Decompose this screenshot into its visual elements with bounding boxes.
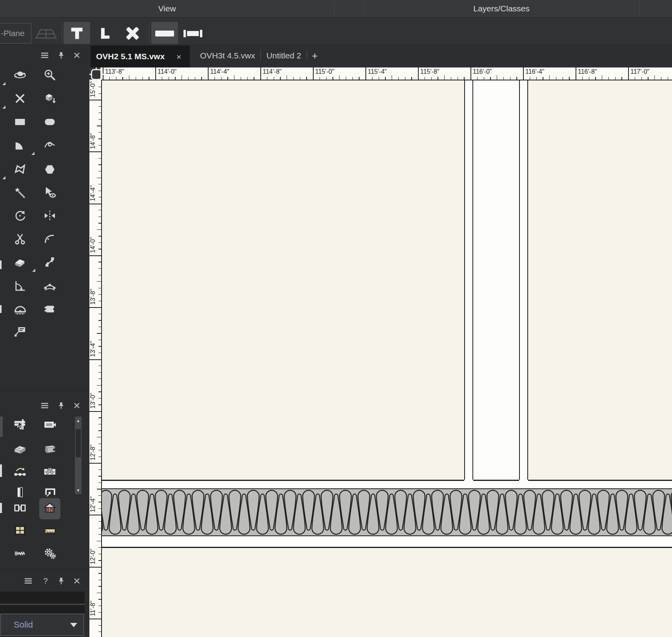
tool-regular-polygon[interactable]	[43, 164, 56, 177]
tool-rounded-rectangle[interactable]	[43, 116, 56, 129]
ruler-minor-tick	[116, 77, 116, 80]
scroll-track[interactable]	[75, 424, 82, 486]
ruler-minor-tick	[98, 210, 101, 210]
tool-fillet[interactable]	[43, 233, 56, 246]
tool-selection-x[interactable]	[13, 93, 27, 106]
tool-polygon[interactable]	[13, 164, 27, 177]
flyout-indicator-icon	[2, 82, 5, 85]
capped-bar-mode-button[interactable]	[180, 22, 206, 44]
flat-bar-mode-button[interactable]	[151, 22, 178, 44]
hamburger-menu-icon[interactable]	[40, 401, 49, 410]
ruler-minor-tick	[510, 77, 510, 80]
tool-magic-wand[interactable]	[13, 187, 27, 200]
ruler-minor-tick	[97, 126, 101, 126]
ruler-minor-tick	[227, 77, 228, 80]
ruler-origin-marker[interactable]	[91, 69, 102, 80]
tool-zoom[interactable]	[43, 69, 56, 82]
floor-bottom-layer	[101, 537, 672, 547]
tool-resize-panel[interactable]	[43, 303, 56, 317]
tool-column[interactable]	[13, 486, 27, 500]
x-join-mode-button[interactable]	[119, 22, 146, 44]
vertical-ruler: 15'-0" 14'-8" 14'-4" 14'-0" 13'-8" 13'-4…	[89, 80, 102, 637]
tool-window[interactable]	[13, 525, 27, 539]
tool-callout[interactable]	[13, 326, 27, 339]
l-join-mode-button[interactable]	[92, 22, 118, 44]
tool-fastener[interactable]	[13, 548, 27, 561]
tool-framing-member[interactable]	[43, 443, 56, 457]
fill-style-dropdown[interactable]: Solid	[0, 614, 84, 636]
tool-fit-walls[interactable]	[43, 486, 56, 500]
ruler-minor-tick	[635, 77, 635, 80]
chevron-down-icon	[70, 623, 77, 627]
scroll-down-button[interactable]: ▼	[75, 486, 82, 494]
ruler-minor-tick	[608, 77, 609, 80]
ruler-major-tick	[523, 67, 524, 80]
ruler-minor-tick	[162, 77, 162, 80]
ruler-minor-tick	[398, 77, 399, 80]
pin-icon[interactable]	[56, 51, 66, 60]
ruler-label: 115'-8"	[420, 68, 439, 75]
tool-wall-heal[interactable]	[43, 466, 56, 479]
ruler-minor-tick	[98, 424, 101, 424]
close-icon[interactable]	[72, 51, 82, 60]
tool-rectangle[interactable]	[13, 116, 27, 129]
drawing-canvas[interactable]	[101, 80, 672, 637]
ruler-label: 15'-0"	[89, 81, 96, 97]
attributes-list-row	[0, 605, 85, 613]
help-icon[interactable]: ?	[41, 577, 50, 585]
tool-select-similar[interactable]	[43, 187, 56, 200]
tool-freehand[interactable]	[43, 140, 56, 153]
ruler-minor-tick	[98, 242, 101, 243]
scroll-thumb[interactable]	[76, 429, 81, 457]
tab-ovh3t[interactable]: OVH3t 4.5.vwx	[194, 44, 260, 67]
tool-arc-wedge[interactable]	[13, 140, 27, 153]
hamburger-menu-icon[interactable]	[24, 577, 33, 585]
ruler-major-tick	[89, 100, 101, 100]
tab-untitled-2[interactable]: Untitled 2	[261, 44, 307, 67]
palette-scrollbar[interactable]: ▲ ▼	[75, 417, 82, 495]
ruler-major-tick	[89, 619, 101, 619]
tool-door-link[interactable]	[13, 502, 27, 515]
ruler-label: 12'-0"	[89, 548, 96, 564]
tool-rotate[interactable]	[13, 210, 27, 223]
tool-slab[interactable]	[13, 443, 27, 457]
scroll-up-button[interactable]: ▲	[75, 417, 82, 424]
hamburger-menu-icon[interactable]	[40, 51, 49, 60]
close-icon[interactable]	[72, 401, 82, 410]
tool-angle-dimension[interactable]	[13, 280, 27, 293]
ruler-minor-tick	[280, 77, 280, 80]
fill-style-value: Solid	[14, 620, 70, 630]
ruler-major-tick	[628, 67, 629, 80]
tool-house[interactable]	[43, 502, 56, 515]
ruler-minor-tick	[221, 77, 222, 80]
close-icon[interactable]	[72, 577, 82, 585]
tab-close-icon[interactable]: ×	[176, 53, 181, 61]
pin-icon[interactable]	[56, 401, 66, 410]
ruler-minor-tick	[98, 288, 101, 288]
tool-path-reshape[interactable]	[13, 466, 27, 479]
tool-component-edit[interactable]	[43, 419, 56, 432]
ruler-label: 116'-4"	[525, 68, 544, 75]
ruler-minor-tick	[98, 132, 101, 133]
tool-gears[interactable]	[43, 548, 56, 561]
tool-reshape-arc[interactable]	[43, 280, 56, 293]
tab-ovh2-active[interactable]: OVH2 5.1 MS.vwx ×	[91, 46, 190, 67]
tool-clip[interactable]	[13, 233, 27, 246]
tool-flyover[interactable]	[13, 69, 27, 82]
tool-mirror[interactable]	[43, 210, 56, 223]
plane-select[interactable]: -Plane	[0, 23, 31, 44]
tool-eraser[interactable]	[13, 256, 27, 269]
tool-connect-combine[interactable]	[43, 256, 56, 269]
t-join-mode-button[interactable]	[64, 22, 90, 44]
ruler-minor-tick	[320, 77, 320, 80]
ruler-label: 11'-8"	[89, 601, 96, 616]
ruler-minor-tick	[549, 75, 550, 80]
tool-push-pull[interactable]	[43, 93, 56, 106]
tool-wall-end-edit[interactable]	[13, 419, 27, 432]
ruler-minor-tick	[149, 77, 149, 80]
tool-protractor[interactable]	[13, 303, 27, 317]
pin-icon[interactable]	[56, 577, 66, 585]
tool-tape-ruler[interactable]	[43, 525, 56, 539]
new-tab-button[interactable]: +	[307, 44, 322, 67]
clipped-tool-icon	[0, 464, 2, 477]
